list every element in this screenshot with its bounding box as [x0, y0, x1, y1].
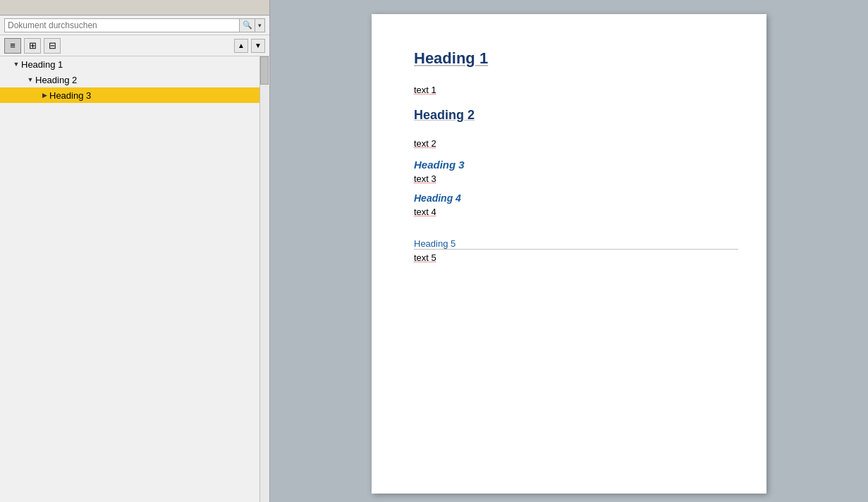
nav-tree: ▼Heading 1▼Heading 2▶Heading 3: [0, 56, 269, 502]
search-icon: 🔍: [243, 20, 252, 30]
doc-block-3: Heading 2: [414, 108, 738, 123]
document-area: Heading 1text 1Heading 2text 2Heading 3t…: [270, 0, 868, 502]
doc-spacer-4: [414, 128, 738, 138]
tree-label-h1: Heading 1: [21, 59, 63, 70]
chevron-down-icon: ▾: [258, 22, 262, 29]
list-icon: ≡: [10, 40, 16, 51]
outline-icon: ⊟: [49, 40, 56, 51]
doc-block-6: Heading 3: [414, 159, 738, 171]
doc-block-0: Heading 1: [414, 49, 738, 68]
document-page: Heading 1text 1Heading 2text 2Heading 3t…: [372, 14, 766, 494]
search-icon-button[interactable]: 🔍: [240, 18, 255, 32]
tree-toggle-h1[interactable]: ▼: [11, 59, 21, 69]
doc-block-7: text 3: [414, 173, 738, 184]
tree-item-h2[interactable]: ▼Heading 2: [0, 72, 269, 87]
scrollbar-track[interactable]: [259, 56, 269, 502]
doc-spacer-1: [414, 75, 738, 85]
tree-item-h1[interactable]: ▼Heading 1: [0, 56, 269, 72]
doc-block-11: Heading 5: [414, 238, 738, 250]
doc-block-8: Heading 4: [414, 192, 738, 204]
scrollbar-thumb[interactable]: [260, 56, 269, 85]
doc-spacer-10: [414, 220, 738, 230]
doc-block-5: text 2: [414, 138, 738, 149]
nav-down-button[interactable]: ▼: [251, 39, 265, 53]
nav-toolbar: ≡ ⊞ ⊟ ▲ ▼: [0, 35, 269, 56]
grid-icon: ⊞: [29, 40, 37, 51]
nav-up-button[interactable]: ▲: [234, 39, 248, 53]
tree-toggle-h2[interactable]: ▼: [25, 75, 35, 85]
doc-block-12: text 5: [414, 252, 738, 263]
toolbar-list-view-button[interactable]: ≡: [4, 38, 21, 54]
toolbar-outline-view-button[interactable]: ⊟: [44, 38, 61, 54]
search-dropdown-button[interactable]: ▾: [255, 18, 265, 32]
tree-toggle-h3[interactable]: ▶: [39, 90, 49, 100]
nav-titlebar: [0, 0, 269, 16]
tree-label-h3: Heading 3: [49, 90, 91, 101]
tree-label-h2: Heading 2: [35, 75, 77, 85]
doc-block-2: text 1: [414, 85, 738, 95]
arrow-up-icon: ▲: [238, 42, 245, 49]
doc-block-9: text 4: [414, 207, 738, 217]
search-input[interactable]: [4, 18, 240, 32]
nav-search-bar: 🔍 ▾: [0, 16, 269, 35]
navigation-panel: 🔍 ▾ ≡ ⊞ ⊟ ▲ ▼ ▼Heading 1▼Heading 2▶Headi…: [0, 0, 270, 502]
toolbar-grid-view-button[interactable]: ⊞: [24, 38, 41, 54]
tree-item-h3[interactable]: ▶Heading 3: [0, 87, 269, 103]
arrow-down-icon: ▼: [255, 42, 262, 49]
